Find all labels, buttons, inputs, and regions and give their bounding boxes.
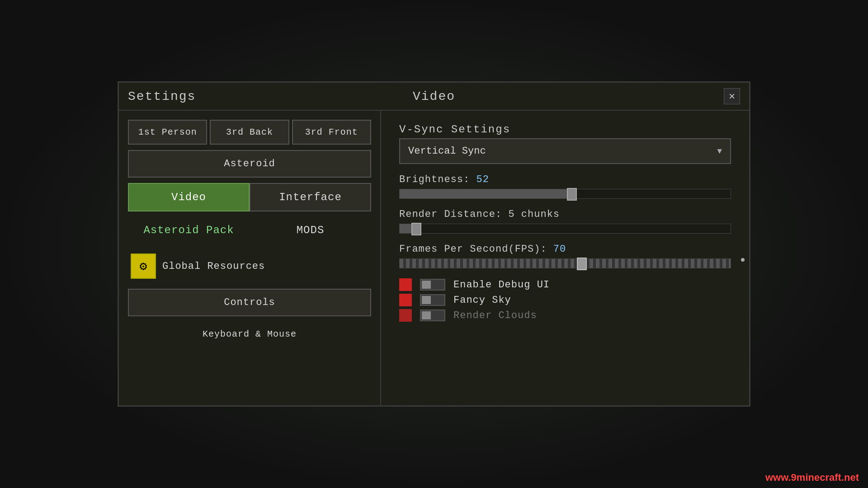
watermark: www.9minecraft.net <box>765 472 859 483</box>
mods-button[interactable]: MODS <box>250 217 371 244</box>
brightness-slider[interactable] <box>399 189 731 199</box>
fancy-sky-indicator <box>399 294 412 306</box>
debug-ui-toggle-row: Enable Debug UI <box>399 278 731 291</box>
tab-row: Video Interface <box>128 183 371 211</box>
fps-slider[interactable] <box>399 258 731 268</box>
global-resources-label: Global Resources <box>162 261 265 272</box>
perspective-3rd-front-button[interactable]: 3rd Front <box>292 120 371 145</box>
asteroid-pack-button[interactable]: Asteroid Pack <box>128 217 250 244</box>
controls-button[interactable]: Controls <box>128 289 371 316</box>
render-clouds-toggle-row: Render Clouds <box>399 309 731 322</box>
close-button[interactable]: × <box>724 88 740 104</box>
fancy-sky-toggle-row: Fancy Sky <box>399 294 731 306</box>
vsync-dropdown[interactable]: Vertical Sync ▼ <box>399 138 731 164</box>
fps-section: Frames Per Second(FPS): 70 <box>399 244 731 268</box>
brightness-value: 52 <box>476 174 489 185</box>
sidebar: 1st Person 3rd Back 3rd Front Asteroid V… <box>119 111 381 405</box>
toggles-section: Enable Debug UI Fancy Sky Render Clouds <box>399 278 731 324</box>
perspective-row: 1st Person 3rd Back 3rd Front <box>128 120 371 145</box>
brightness-section: Brightness: 52 <box>399 174 731 199</box>
fancy-sky-label: Fancy Sky <box>453 295 511 306</box>
global-resources-icon: ⚙ <box>131 253 156 279</box>
settings-modal: Settings Video × 1st Person 3rd Back 3rd… <box>118 81 750 407</box>
debug-ui-label: Enable Debug UI <box>453 279 550 291</box>
render-distance-section: Render Distance: 5 chunks <box>399 209 731 234</box>
tab-video-button[interactable]: Video <box>128 183 250 211</box>
fps-value: 70 <box>553 244 566 255</box>
asteroid-button[interactable]: Asteroid <box>128 150 371 178</box>
dropdown-arrow-icon: ▼ <box>717 147 722 156</box>
brightness-label: Brightness: 52 <box>399 174 731 185</box>
debug-ui-toggle[interactable] <box>420 279 445 291</box>
fps-label: Frames Per Second(FPS): 70 <box>399 244 731 255</box>
global-icon-symbol: ⚙ <box>140 258 147 274</box>
title-bar: Settings Video × <box>119 83 749 111</box>
render-clouds-label: Render Clouds <box>453 310 537 321</box>
global-resources-row[interactable]: ⚙ Global Resources <box>128 249 371 283</box>
right-panel: V-Sync Settings Vertical Sync ▼ Brightne… <box>381 111 749 405</box>
render-distance-label: Render Distance: 5 chunks <box>399 209 731 220</box>
perspective-1st-button[interactable]: 1st Person <box>128 120 207 145</box>
main-content: 1st Person 3rd Back 3rd Front Asteroid V… <box>119 111 749 405</box>
render-clouds-toggle[interactable] <box>420 310 445 321</box>
tab-interface-button[interactable]: Interface <box>250 183 371 211</box>
render-distance-slider[interactable] <box>399 224 731 234</box>
pack-row: Asteroid Pack MODS <box>128 217 371 244</box>
render-value: 5 chunks <box>508 209 560 220</box>
scroll-indicator <box>741 258 745 262</box>
vsync-title: V-Sync Settings <box>399 123 731 136</box>
video-title: Video <box>413 89 455 103</box>
vsync-value: Vertical Sync <box>408 145 486 157</box>
fancy-sky-toggle[interactable] <box>420 294 445 306</box>
vsync-section: V-Sync Settings Vertical Sync ▼ <box>399 123 731 164</box>
render-clouds-indicator <box>399 309 412 322</box>
perspective-3rd-back-button[interactable]: 3rd Back <box>210 120 289 145</box>
debug-ui-indicator <box>399 278 412 291</box>
keyboard-mouse-button[interactable]: Keyboard & Mouse <box>128 322 371 347</box>
